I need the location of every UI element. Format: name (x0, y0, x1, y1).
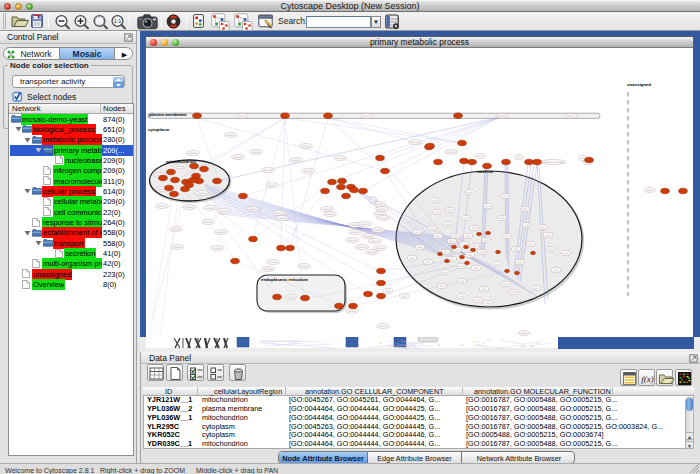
svg-text:f(x): f(x) (641, 374, 654, 384)
svg-text:plasma membrane: plasma membrane (149, 112, 187, 117)
svg-text:cytoplasm: cytoplasm (148, 127, 169, 132)
svg-text:1:1: 1:1 (114, 18, 122, 24)
svg-text:nucleus: nucleus (477, 169, 494, 174)
svg-text:mitochondrion: mitochondrion (166, 159, 196, 164)
svg-text:endoplasmic reticulum: endoplasmic reticulum (261, 277, 308, 282)
svg-text:unassigned: unassigned (627, 82, 651, 87)
